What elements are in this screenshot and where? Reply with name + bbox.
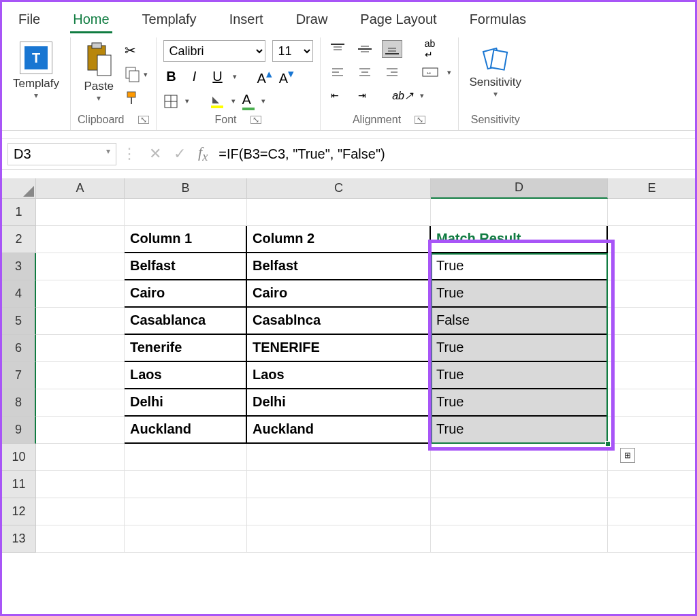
cell-D12[interactable] bbox=[431, 498, 608, 525]
cell-E13[interactable] bbox=[608, 525, 696, 553]
merge-center-button[interactable]: ↔ bbox=[420, 63, 440, 81]
cell-C2[interactable]: Column 2 bbox=[247, 226, 431, 253]
cell-C13[interactable] bbox=[247, 525, 431, 553]
align-center-button[interactable] bbox=[355, 63, 375, 81]
row-header-7[interactable]: 7 bbox=[2, 362, 36, 389]
fx-button[interactable]: fx bbox=[198, 144, 208, 164]
tab-file[interactable]: File bbox=[16, 7, 43, 33]
cell-A12[interactable] bbox=[36, 498, 125, 525]
cell-A6[interactable] bbox=[36, 335, 125, 362]
cell-E7[interactable] bbox=[608, 362, 696, 389]
cell-D6[interactable]: True bbox=[431, 335, 608, 362]
align-top-button[interactable] bbox=[327, 40, 348, 58]
cell-D8[interactable]: True bbox=[431, 389, 608, 417]
cell-C10[interactable] bbox=[247, 444, 431, 471]
font-dialog-launcher[interactable]: ⤡ bbox=[250, 116, 261, 124]
column-header-A[interactable]: A bbox=[36, 178, 125, 199]
italic-button[interactable]: I bbox=[187, 69, 203, 84]
cell-E6[interactable] bbox=[608, 335, 696, 362]
row-header-9[interactable]: 9 bbox=[2, 417, 36, 444]
cut-button[interactable]: ✂ bbox=[125, 43, 148, 59]
name-box[interactable]: D3 ▾ bbox=[7, 143, 116, 165]
bold-button[interactable]: B bbox=[163, 69, 180, 84]
cell-D1[interactable] bbox=[431, 199, 608, 226]
align-bottom-button[interactable] bbox=[382, 40, 402, 58]
wrap-text-button[interactable]: ab↵ bbox=[420, 40, 440, 58]
cell-D10[interactable] bbox=[431, 444, 608, 471]
tab-insert[interactable]: Insert bbox=[227, 7, 266, 33]
formula-input[interactable]: =IF(B3=C3, "True", "False") bbox=[213, 144, 690, 165]
align-right-button[interactable] bbox=[382, 63, 402, 81]
font-size-select[interactable]: 11 bbox=[272, 40, 313, 62]
cells-area[interactable]: Column 1Column 2Match ResultBelfastBelfa… bbox=[36, 199, 696, 553]
cell-A5[interactable] bbox=[36, 308, 125, 335]
cell-B1[interactable] bbox=[125, 199, 247, 226]
templafy-button[interactable]: T Templafy ▾ bbox=[9, 40, 63, 101]
cell-A3[interactable] bbox=[36, 253, 125, 280]
cell-E11[interactable] bbox=[608, 471, 696, 498]
cell-A13[interactable] bbox=[36, 525, 125, 553]
cell-C11[interactable] bbox=[247, 471, 431, 498]
cell-C8[interactable]: Delhi bbox=[247, 389, 431, 417]
cell-B6[interactable]: Tenerife bbox=[125, 335, 247, 362]
cell-D13[interactable] bbox=[431, 525, 608, 553]
row-header-8[interactable]: 8 bbox=[2, 389, 36, 417]
cell-B8[interactable]: Delhi bbox=[125, 389, 247, 417]
row-header-6[interactable]: 6 bbox=[2, 335, 36, 362]
format-painter-button[interactable] bbox=[125, 89, 148, 106]
cell-C6[interactable]: TENERIFE bbox=[247, 335, 431, 362]
sensitivity-button[interactable]: Sensitivity ▾ bbox=[466, 40, 526, 100]
decrease-indent-button[interactable]: ⇤ bbox=[327, 86, 348, 104]
decrease-font-button[interactable]: A▾ bbox=[279, 67, 294, 86]
cell-D4[interactable]: True bbox=[431, 280, 608, 308]
increase-indent-button[interactable]: ⇥ bbox=[355, 86, 375, 104]
tab-formulas[interactable]: Formulas bbox=[467, 7, 529, 33]
alignment-dialog-launcher[interactable]: ⤡ bbox=[415, 116, 425, 124]
increase-font-button[interactable]: A▴ bbox=[257, 67, 272, 86]
cell-B3[interactable]: Belfast bbox=[125, 253, 247, 280]
fill-color-button[interactable] bbox=[210, 94, 225, 109]
row-header-3[interactable]: 3 bbox=[2, 253, 36, 280]
column-header-E[interactable]: E bbox=[608, 178, 696, 199]
cell-B7[interactable]: Laos bbox=[125, 362, 247, 389]
row-header-11[interactable]: 11 bbox=[2, 471, 36, 498]
row-header-5[interactable]: 5 bbox=[2, 308, 36, 335]
cell-B10[interactable] bbox=[125, 444, 247, 471]
cell-D3[interactable]: True bbox=[431, 253, 608, 280]
underline-button[interactable]: U bbox=[210, 69, 226, 84]
cell-E9[interactable] bbox=[608, 417, 696, 444]
tab-home[interactable]: Home bbox=[70, 7, 112, 33]
cell-B2[interactable]: Column 1 bbox=[125, 226, 247, 253]
row-header-1[interactable]: 1 bbox=[2, 199, 36, 226]
cell-C5[interactable]: Casablnca bbox=[247, 308, 431, 335]
align-left-button[interactable] bbox=[327, 63, 348, 81]
row-header-10[interactable]: 10 bbox=[2, 444, 36, 471]
cell-E5[interactable] bbox=[608, 308, 696, 335]
borders-button[interactable] bbox=[163, 94, 178, 109]
font-name-select[interactable]: Calibri bbox=[163, 40, 265, 62]
cell-E12[interactable] bbox=[608, 498, 696, 525]
cell-B12[interactable] bbox=[125, 498, 247, 525]
cell-A4[interactable] bbox=[36, 280, 125, 308]
column-header-C[interactable]: C bbox=[247, 178, 431, 199]
fill-handle[interactable] bbox=[605, 441, 611, 447]
clipboard-dialog-launcher[interactable]: ⤡ bbox=[138, 116, 149, 124]
cell-E8[interactable] bbox=[608, 389, 696, 417]
cell-C9[interactable]: Auckland bbox=[247, 417, 431, 444]
cell-E3[interactable] bbox=[608, 253, 696, 280]
cell-B9[interactable]: Auckland bbox=[125, 417, 247, 444]
cell-D2[interactable]: Match Result bbox=[431, 226, 608, 253]
cell-A11[interactable] bbox=[36, 471, 125, 498]
paste-button[interactable]: Paste ▾ bbox=[78, 40, 119, 104]
autofill-options-button[interactable]: ⊞ bbox=[620, 448, 635, 463]
cell-B4[interactable]: Cairo bbox=[125, 280, 247, 308]
cell-D7[interactable]: True bbox=[431, 362, 608, 389]
cell-A7[interactable] bbox=[36, 362, 125, 389]
cell-A1[interactable] bbox=[36, 199, 125, 226]
cell-E1[interactable] bbox=[608, 199, 696, 226]
cancel-formula-button[interactable]: ✕ bbox=[149, 145, 161, 163]
column-header-B[interactable]: B bbox=[125, 178, 247, 199]
cell-C7[interactable]: Laos bbox=[247, 362, 431, 389]
tab-page-layout[interactable]: Page Layout bbox=[357, 7, 439, 33]
cell-B11[interactable] bbox=[125, 471, 247, 498]
